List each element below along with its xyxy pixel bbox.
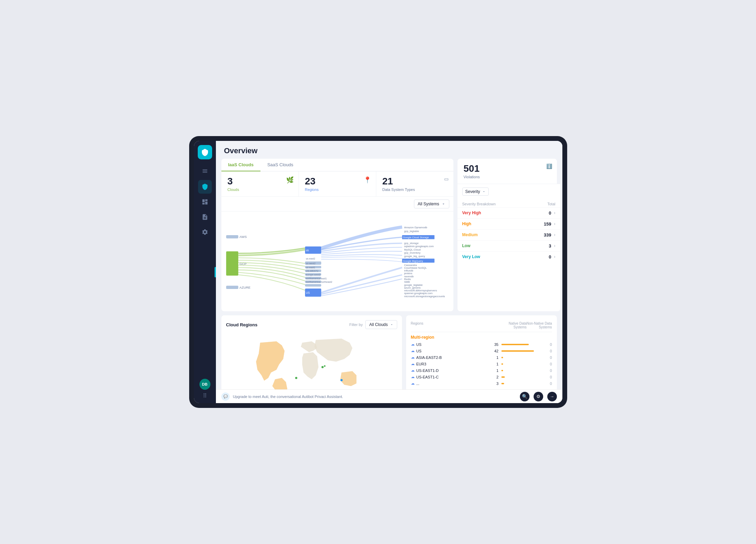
- cloud-regions-panel: Cloud Regions Filter by All Clouds: [221, 315, 402, 389]
- severity-very-low[interactable]: Very Low 0 ›: [458, 251, 560, 262]
- all-systems-dropdown[interactable]: All Systems: [414, 200, 449, 208]
- data-systems-label: Data System Types: [382, 188, 447, 192]
- user-avatar[interactable]: DB: [199, 379, 210, 390]
- clouds-label: Clouds: [228, 188, 292, 192]
- severity-medium[interactable]: Medium 339 ›: [458, 229, 560, 240]
- chat-bubble-icon: 💬: [221, 392, 230, 401]
- severity-dropdown-label: Severity: [465, 189, 480, 194]
- regions-data-panel: Regions Native DataSystems Non-Native Da…: [406, 315, 557, 389]
- violations-value: 501: [464, 164, 551, 174]
- non-native-count: 0: [538, 362, 552, 366]
- sidebar-active-indicator: [215, 267, 216, 277]
- severity-total-label: Total: [547, 202, 555, 206]
- arrow-bottom-icon[interactable]: →: [547, 392, 557, 401]
- col-native: Native DataSystems: [509, 322, 526, 329]
- svg-text:microsoft.storagestoragegaccou: microsoft.storagestoragegaccounts: [404, 294, 445, 298]
- stat-data-systems: 21 Data System Types ▭: [376, 171, 453, 196]
- severity-panel: Severity Severity Breakdown Total: [458, 184, 560, 311]
- severity-count: 339: [544, 232, 551, 238]
- native-bar: [501, 370, 536, 371]
- regions-table-header: Regions Native DataSystems Non-Native Da…: [411, 320, 552, 332]
- region-row: ☁ US 42 0: [411, 348, 552, 354]
- data-systems-value: 21: [382, 176, 447, 187]
- region-name: ☁ EUR3: [411, 362, 482, 366]
- region-name: ☁ US-EAST1-C: [411, 375, 482, 379]
- regions-value: 23: [305, 176, 370, 187]
- region-count: 35: [485, 342, 499, 347]
- svg-text:us-east1: us-east1: [306, 266, 315, 269]
- svg-text:AWS: AWS: [239, 235, 246, 239]
- non-native-count: 0: [538, 368, 552, 373]
- sidebar-bottom: DB ⠿: [199, 379, 210, 399]
- severity-high[interactable]: High 159 ›: [458, 218, 560, 229]
- main-content: Overview IaaS Clouds: [216, 141, 562, 403]
- svg-text:AZURE: AZURE: [239, 286, 250, 289]
- tab-saas[interactable]: SaaS Clouds: [260, 159, 300, 171]
- severity-low[interactable]: Low 3 ›: [458, 240, 560, 251]
- svg-point-49: [295, 377, 297, 379]
- cloud-regions-title: Cloud Regions: [226, 322, 258, 327]
- hamburger-icon[interactable]: [200, 166, 210, 176]
- region-count: 1: [485, 362, 499, 366]
- clouds-value: 3: [228, 176, 292, 187]
- page-header: Overview: [216, 141, 562, 159]
- non-native-count: 0: [538, 355, 552, 360]
- filter-by-label: Filter by: [349, 323, 363, 327]
- col-non-native: Non-Native DataSystems: [527, 322, 552, 329]
- severity-level-label: Very High: [462, 210, 549, 215]
- region-name: ☁ US: [411, 342, 482, 347]
- non-native-count: 0: [538, 375, 552, 379]
- region-name: ☁ US-EAST1-D: [411, 368, 482, 373]
- region-count: 1: [485, 355, 499, 360]
- svg-text:US-WEST2: US-WEST2: [306, 270, 318, 273]
- svg-point-50: [340, 379, 342, 381]
- native-bar: [501, 363, 536, 365]
- chevron-right-icon: ›: [554, 232, 556, 237]
- chevron-right-icon: ›: [554, 221, 556, 226]
- sankey-toolbar: All Systems: [221, 197, 453, 211]
- region-count: 2: [485, 375, 499, 379]
- sidebar: DB ⠿: [194, 141, 216, 403]
- violations-label: Violations: [464, 175, 551, 179]
- severity-very-high[interactable]: Very High 0 ›: [458, 207, 560, 218]
- region-count: 1: [485, 368, 499, 373]
- svg-text:gcp_inventory: gcp_inventory: [404, 251, 420, 254]
- svg-text:google_big_query: google_big_query: [404, 255, 425, 258]
- sidebar-item-shield[interactable]: [198, 180, 212, 194]
- svg-text:us-east2: us-east2: [306, 257, 315, 260]
- tab-iaas[interactable]: IaaS Clouds: [221, 159, 260, 171]
- all-clouds-dropdown[interactable]: All Clouds: [365, 320, 397, 329]
- svg-point-48: [324, 365, 326, 367]
- native-bar: [501, 357, 536, 358]
- native-bar: [501, 376, 536, 378]
- region-row: ☁ US-EAST1-C 2 0: [411, 374, 552, 380]
- svg-text:gcp_storage: gcp_storage: [404, 242, 418, 245]
- svg-rect-0: [226, 235, 238, 238]
- sidebar-item-settings[interactable]: [198, 225, 212, 239]
- severity-count: 0: [549, 210, 551, 216]
- search-bottom-icon[interactable]: 🔍: [520, 392, 529, 401]
- world-map: [226, 332, 397, 389]
- sidebar-item-document[interactable]: [198, 210, 212, 224]
- svg-text:us: us: [306, 249, 309, 252]
- dots-menu-icon[interactable]: ⠿: [203, 392, 207, 399]
- svg-point-47: [321, 366, 324, 368]
- sankey-svg: AWS GCP AZURE us: [224, 214, 451, 309]
- severity-count: 0: [549, 254, 551, 259]
- sankey-panel: All Systems AWS: [221, 197, 453, 311]
- svg-text:gcp_bigtable: gcp_bigtable: [404, 229, 419, 232]
- app-logo[interactable]: [198, 145, 212, 159]
- sankey-chart: AWS GCP AZURE us: [221, 211, 453, 311]
- sidebar-item-dashboard[interactable]: [198, 195, 212, 209]
- svg-rect-14: [305, 284, 321, 287]
- svg-text:europe-west2: europe-west2: [306, 274, 320, 276]
- chevron-right-icon: ›: [554, 210, 556, 215]
- severity-dropdown[interactable]: Severity: [462, 188, 489, 196]
- svg-rect-4: [226, 286, 238, 289]
- severity-count: 3: [549, 243, 551, 249]
- filter-bottom-icon[interactable]: ⚙: [534, 392, 543, 401]
- regions-label: Regions: [305, 188, 370, 192]
- severity-level-label: Very Low: [462, 254, 549, 259]
- data-systems-icon: ▭: [444, 176, 449, 182]
- svg-text:Google BigQuery: Google BigQuery: [403, 259, 423, 263]
